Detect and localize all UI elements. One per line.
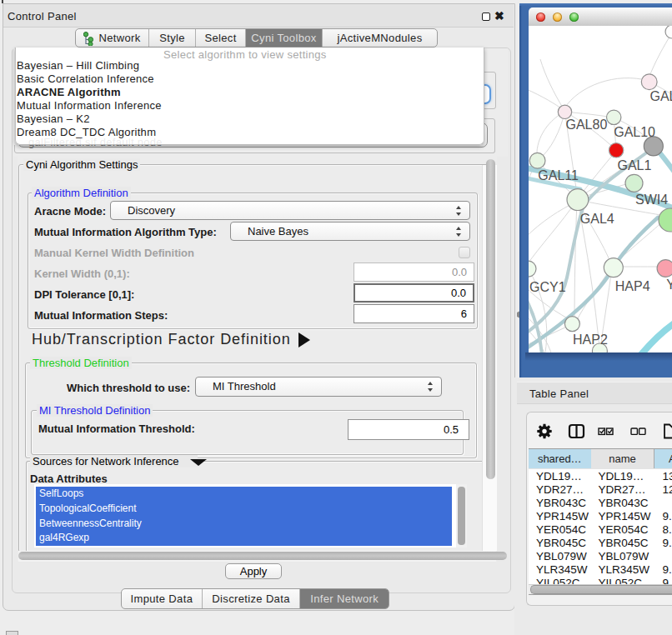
svg-text:GAL1: GAL1 bbox=[618, 158, 652, 172]
svg-text:GAL: GAL bbox=[650, 89, 672, 103]
svg-text:GCY1: GCY1 bbox=[529, 280, 566, 294]
svg-text:GAL4: GAL4 bbox=[580, 212, 614, 226]
svg-text:HAP4: HAP4 bbox=[615, 279, 650, 293]
svg-text:GAL80: GAL80 bbox=[566, 118, 608, 132]
svg-text:SWI4: SWI4 bbox=[635, 192, 668, 207]
svg-text:GAL10: GAL10 bbox=[614, 125, 655, 139]
svg-text:HAP2: HAP2 bbox=[573, 332, 608, 347]
svg-text:GAL11: GAL11 bbox=[538, 168, 579, 182]
svg-text:Y: Y bbox=[666, 278, 672, 292]
